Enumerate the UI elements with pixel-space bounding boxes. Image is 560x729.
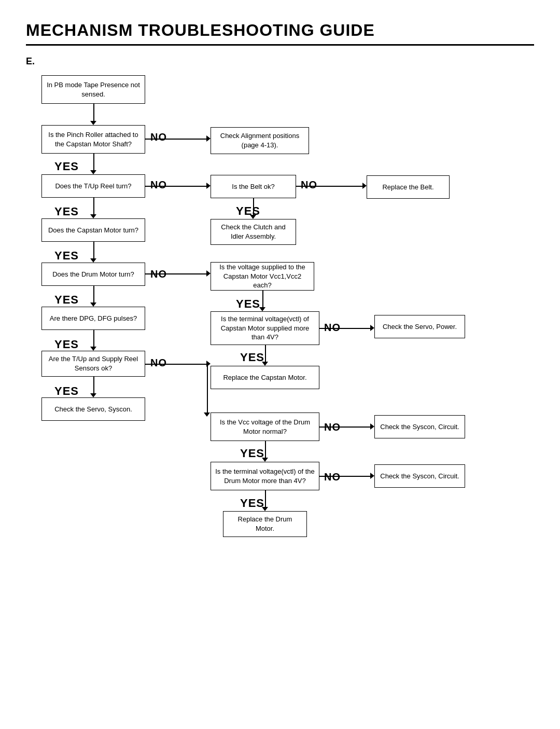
no-label-drum-vctl: NO [324,471,341,483]
yes-label-q4: YES [54,293,79,307]
start-box: In PB mode Tape Presence not sensed. [41,75,145,104]
q-vcc-box: Is the voltage supplied to the Capstan M… [211,262,314,291]
q-vctl-box: Is the terminal voltage(vctl) of Capstan… [211,311,319,345]
yes-label-drum-vctl: YES [240,497,264,510]
yes-label-q5: YES [54,338,79,351]
yes-label-vctl: YES [240,351,264,364]
flowchart: In PB mode Tape Presence not sensed. Is … [26,75,534,729]
q4-box: Does the Drum Motor turn? [41,263,145,286]
q3-box: Does the Capstan Motor turn? [41,218,145,242]
no-label-q1: NO [150,131,167,143]
q-drum-vctl-box: Is the terminal voltage(vctl) of the Dru… [211,462,319,490]
a-capstan-box: Replace the Capstan Motor. [211,366,319,389]
no-label-q2: NO [150,179,167,191]
a-belt-no-box: Replace the Belt. [367,175,450,199]
q7-vcc-drum-box: Is the Vcc voltage of the Drum Motor nor… [211,412,319,441]
no-label-q6: NO [150,357,167,369]
q1-box: Is the Pinch Roller attached to the Caps… [41,125,145,154]
q-belt-box: Is the Belt ok? [211,175,296,198]
yes-label-belt: YES [236,204,260,218]
a-servo-power-box: Check the Servo, Power. [374,315,465,338]
q5-box: Are there DPG, DFG pulses? [41,307,145,330]
a1-no-box: Check Alignment positions (page 4-13). [211,127,309,154]
page-title: MECHANISM TROUBLESHOOTING GUIDE [26,21,534,40]
no-label-belt: NO [301,179,317,191]
section-label: E. [26,56,534,67]
yes-label-q2: YES [54,205,79,218]
yes-label-q6: YES [54,384,79,398]
a-servo-syscon-box: Check the Servo, Syscon. [41,397,145,421]
q2-box: Does the T/Up Reel turn? [41,174,145,198]
yes-label-q7: YES [240,447,264,460]
a-syscon1-box: Check the Syscon, Circuit. [374,415,465,438]
a-syscon2-box: Check the Syscon, Circuit. [374,464,465,488]
q6-box: Are the T/Up and Supply Reel Sensors ok? [41,351,145,377]
yes-label-vcc: YES [236,297,260,311]
a-drum-box: Replace the Drum Motor. [223,511,307,537]
yes-label-q1: YES [54,160,79,173]
a-clutch-box: Check the Clutch and Idler Assembly. [211,219,296,245]
yes-label-q3: YES [54,249,79,263]
